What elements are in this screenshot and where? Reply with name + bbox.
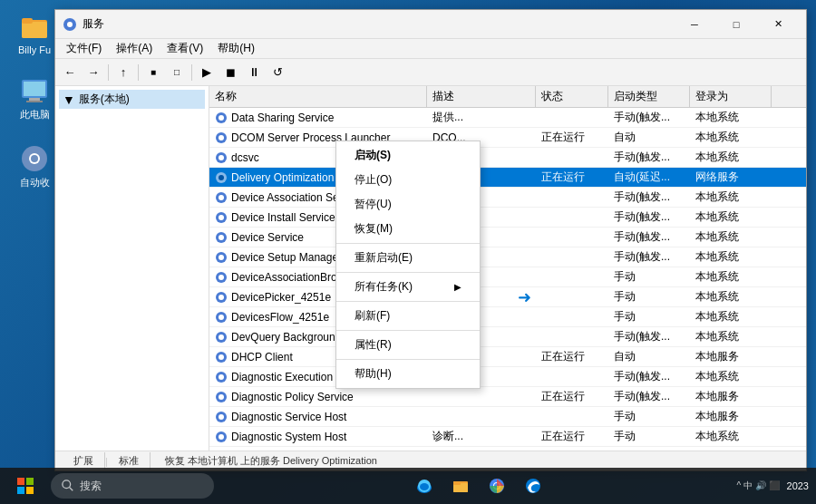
context-menu-item[interactable]: 停止(O) bbox=[336, 168, 480, 192]
svg-point-43 bbox=[219, 414, 224, 420]
show-hide-btn[interactable]: ■ bbox=[142, 63, 164, 82]
menu-action[interactable]: 操作(A) bbox=[109, 39, 160, 58]
col-header-status[interactable]: 状态 bbox=[536, 86, 608, 107]
service-status-cell bbox=[536, 367, 608, 386]
context-menu-item-label: 属性(R) bbox=[355, 337, 392, 353]
service-startup-cell: 手动(触发... bbox=[608, 367, 690, 386]
up-button[interactable]: ↑ bbox=[112, 63, 134, 82]
taskbar-app-edge2[interactable] bbox=[517, 471, 549, 500]
taskbar-search[interactable]: 搜索 bbox=[51, 473, 214, 499]
start-button[interactable] bbox=[7, 471, 44, 500]
show-desc-btn[interactable]: □ bbox=[166, 63, 188, 82]
start-btn[interactable]: ▶ bbox=[196, 63, 218, 82]
col-header-logon[interactable]: 登录为 bbox=[690, 86, 772, 107]
forward-button[interactable]: → bbox=[83, 63, 104, 82]
context-menu-separator bbox=[336, 359, 480, 360]
context-menu-item-label: 启动(S) bbox=[355, 148, 391, 163]
taskbar-app-chrome[interactable] bbox=[481, 471, 513, 500]
col-header-desc[interactable]: 描述 bbox=[427, 86, 536, 107]
pause-btn[interactable]: ⏸ bbox=[243, 63, 265, 82]
service-logon-cell: 本地系统 bbox=[690, 367, 772, 386]
stop-btn[interactable]: ◼ bbox=[219, 63, 241, 82]
toolbar: ← → ↑ ■ □ ▶ ◼ ⏸ ↺ bbox=[55, 59, 806, 86]
context-menu-item[interactable]: 属性(R) bbox=[336, 333, 480, 357]
svg-point-19 bbox=[219, 175, 224, 180]
service-row[interactable]: Device Association Service手动(触发...本地系统 bbox=[209, 188, 806, 208]
service-startup-cell: 手动 bbox=[608, 427, 690, 446]
service-row[interactable]: Diagnostic Execution Service手动(触发...本地系统 bbox=[209, 367, 806, 387]
service-startup-cell: 自动 bbox=[608, 128, 690, 147]
desktop-icon-computer[interactable]: 此电脑 bbox=[7, 73, 62, 125]
service-logon-cell: 本地系统 bbox=[690, 427, 772, 446]
minimize-button[interactable]: ─ bbox=[674, 10, 715, 39]
service-status-cell: 正在运行 bbox=[536, 387, 608, 406]
service-row[interactable]: DialogBlockingService对话...禁用本地系统 bbox=[209, 447, 806, 451]
svg-rect-63 bbox=[26, 478, 34, 485]
service-row[interactable]: DCOM Server Process LauncherDCO...正在运行自动… bbox=[209, 128, 806, 148]
context-menu-item[interactable]: 启动(S) bbox=[336, 143, 480, 168]
menu-view[interactable]: 查看(V) bbox=[160, 39, 210, 58]
service-row[interactable]: Device Setup Manager手动(触发...本地系统 bbox=[209, 247, 806, 267]
service-name: Diagnostic Policy Service bbox=[231, 391, 354, 403]
context-menu-item-label: 恢复(M) bbox=[355, 221, 393, 237]
service-row[interactable]: DHCP Client正在运行自动本地服务 bbox=[209, 347, 806, 367]
service-row[interactable]: Diagnostic System Host诊断...正在运行手动本地系统 bbox=[209, 427, 806, 447]
service-name: dcsvc bbox=[231, 151, 259, 164]
toolbar-separator-2 bbox=[138, 64, 139, 81]
service-row[interactable]: DevicePicker_4251e手动本地系统➜ bbox=[209, 287, 806, 307]
tree-expand-icon: ▼ bbox=[63, 92, 75, 107]
toolbar-separator-3 bbox=[191, 64, 192, 81]
service-status-cell bbox=[536, 287, 608, 306]
taskbar-app-explorer[interactable] bbox=[444, 471, 477, 500]
context-menu-item-label: 重新启动(E) bbox=[355, 250, 413, 266]
taskbar-time: 2023 bbox=[787, 480, 809, 491]
svg-point-9 bbox=[31, 155, 38, 162]
service-name: Device Install Service bbox=[231, 211, 335, 224]
service-logon-cell: 本地系统 bbox=[690, 128, 772, 147]
service-startup-cell: 手动 bbox=[608, 307, 690, 326]
window-icon bbox=[63, 17, 77, 32]
context-menu-item[interactable]: 所有任务(K)▶ bbox=[336, 275, 480, 299]
service-row[interactable]: Diagnostic Policy Service正在运行手动(触发...本地服… bbox=[209, 387, 806, 407]
context-menu-item[interactable]: 重新启动(E) bbox=[336, 246, 480, 270]
taskbar-app-edge[interactable] bbox=[408, 471, 441, 500]
service-row[interactable]: DeviceAssociationBroker_4251e手动本地系统 bbox=[209, 267, 806, 287]
service-name-cell: Diagnostic Policy Service bbox=[209, 387, 427, 406]
service-logon-cell: 网络服务 bbox=[690, 168, 772, 187]
desktop-icon-settings[interactable]: 自动收 bbox=[7, 141, 62, 193]
context-menu-item[interactable]: 帮助(H) bbox=[336, 362, 480, 386]
toolbar-separator-1 bbox=[108, 64, 109, 81]
service-row[interactable]: DevQuery Background Discovery Broke...手动… bbox=[209, 327, 806, 347]
col-header-startup[interactable]: 启动类型 bbox=[608, 86, 690, 107]
context-menu-item-label: 所有任务(K) bbox=[355, 279, 413, 295]
maximize-button[interactable]: □ bbox=[715, 10, 757, 39]
restart-btn[interactable]: ↺ bbox=[267, 63, 288, 82]
context-menu-item[interactable]: 刷新(F) bbox=[336, 304, 480, 328]
service-list: Data Sharing Service提供...手动(触发...本地系统DCO… bbox=[209, 108, 806, 451]
back-button[interactable]: ← bbox=[59, 63, 81, 82]
menu-help[interactable]: 帮助(H) bbox=[210, 39, 262, 58]
service-name-cell: Data Sharing Service bbox=[209, 108, 427, 127]
context-menu-item-label: 暂停(U) bbox=[355, 197, 392, 212]
service-row[interactable]: Device Service手动(触发...本地系统 bbox=[209, 228, 806, 247]
service-row[interactable]: DevicesFlow_4251e手动本地系统 bbox=[209, 307, 806, 327]
service-desc-cell bbox=[427, 407, 536, 426]
service-row[interactable]: Diagnostic Service Host手动本地服务 bbox=[209, 407, 806, 427]
service-row[interactable]: Data Sharing Service提供...手动(触发...本地系统 bbox=[209, 108, 806, 128]
context-menu: 启动(S)停止(O)暂停(U)恢复(M)重新启动(E)所有任务(K)▶刷新(F)… bbox=[335, 141, 481, 389]
desktop-icon-folder[interactable]: Billy Fu bbox=[7, 9, 62, 59]
close-button[interactable]: ✕ bbox=[757, 10, 799, 39]
context-menu-item[interactable]: 恢复(M) bbox=[336, 217, 480, 241]
menu-file[interactable]: 文件(F) bbox=[59, 39, 109, 58]
service-row[interactable]: dcsvc已声...手动(触发...本地系统 bbox=[209, 148, 806, 168]
service-row[interactable]: Delivery Optimization正在运行自动(延迟...网络服务 bbox=[209, 168, 806, 188]
service-status-cell: 正在运行 bbox=[536, 168, 608, 187]
col-header-name[interactable]: 名称 bbox=[209, 86, 427, 107]
context-menu-item[interactable]: 暂停(U) bbox=[336, 192, 480, 217]
service-name: DevicePicker_4251e bbox=[231, 291, 331, 304]
tree-item-local-services[interactable]: ▼ 服务(本地) bbox=[59, 90, 205, 109]
svg-point-66 bbox=[63, 480, 71, 489]
service-name: DHCP Client bbox=[231, 351, 293, 363]
list-panel: 名称 描述 状态 启动类型 登录为 Data Sharing Service提供… bbox=[209, 86, 806, 451]
service-row[interactable]: Device Install Service手动(触发...本地系统 bbox=[209, 208, 806, 228]
